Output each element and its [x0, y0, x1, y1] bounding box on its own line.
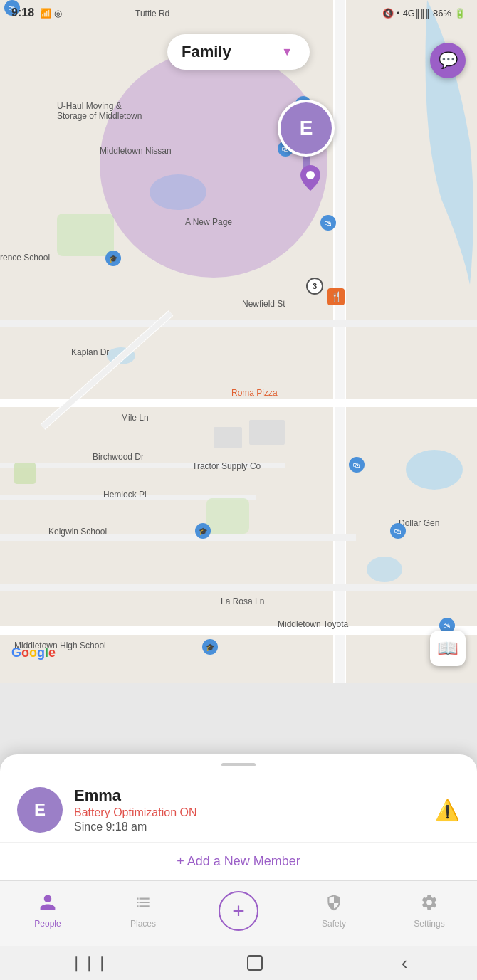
svg-rect-7	[0, 320, 477, 327]
svg-rect-17	[14, 463, 36, 484]
nav-label-settings: Settings	[414, 919, 444, 929]
mute-icon: 🔇	[382, 8, 394, 19]
svg-point-3	[367, 557, 402, 582]
chevron-down-icon: ▼	[281, 46, 293, 58]
layers-icon: 📖	[437, 638, 458, 658]
nav-label-safety: Safety	[322, 919, 346, 929]
svg-rect-9	[0, 463, 285, 468]
status-right: 🔇 • 4G‖‖‖ 86% 🔋	[382, 8, 466, 19]
svg-rect-8	[0, 534, 356, 541]
map-pin-highschool: 🎓	[202, 639, 218, 655]
settings-icon	[420, 893, 439, 916]
bottom-sheet: E Emma Battery Optimization ON Since 9:1…	[0, 754, 477, 880]
nav-item-places[interactable]: Places	[95, 893, 191, 929]
add-member-label[interactable]: + Add a New Member	[177, 854, 300, 869]
status-bar: 9:18 📶 ◎ 🔇 • 4G‖‖‖ 86% 🔋	[0, 0, 477, 26]
map-area[interactable]: E U-Haul Moving &Storage of Middletown M…	[0, 0, 477, 683]
nav-label-people: People	[34, 919, 61, 929]
add-button[interactable]: +	[219, 891, 258, 931]
google-logo: Google	[11, 646, 56, 660]
location-pin	[300, 165, 320, 194]
member-row[interactable]: E Emma Battery Optimization ON Since 9:1…	[0, 778, 477, 843]
warning-icon: ⚠️	[435, 799, 460, 822]
location-icon: ◎	[54, 8, 62, 19]
map-pin-newpage: 🛍	[320, 215, 336, 231]
member-status: Battery Optimization ON	[74, 806, 424, 819]
nav-item-add[interactable]: +	[191, 891, 286, 931]
svg-rect-12	[0, 626, 477, 635]
nav-item-settings[interactable]: Settings	[382, 893, 477, 929]
svg-point-2	[406, 450, 463, 490]
wifi-icon: 📶	[40, 8, 51, 19]
member-avatar: E	[17, 787, 63, 833]
signal-icon: 4G‖‖‖	[403, 8, 430, 19]
road-badge: 3	[306, 278, 323, 295]
people-icon	[38, 893, 57, 916]
android-nav-bar: ❘❘❘ ‹	[0, 946, 477, 980]
status-icons: 📶 ◎	[40, 8, 62, 19]
bottom-sheet-handle	[221, 763, 256, 766]
android-menu-icon[interactable]: ❘❘❘	[70, 954, 108, 972]
location-dot-icon: •	[397, 8, 400, 19]
member-time: Since 9:18 am	[74, 821, 424, 833]
member-name: Emma	[74, 786, 424, 805]
nav-label-places: Places	[130, 919, 156, 929]
status-time: 9:18	[11, 6, 34, 19]
nav-item-safety[interactable]: Safety	[286, 893, 382, 929]
group-name: Family	[182, 43, 231, 61]
map-pin-dollar: 🛍	[390, 523, 406, 539]
svg-rect-19	[249, 420, 285, 445]
svg-rect-5	[335, 0, 345, 683]
chat-button[interactable]: 💬	[430, 43, 466, 78]
svg-rect-15	[57, 214, 114, 256]
person-marker[interactable]: E	[278, 100, 335, 157]
battery-icon: 🔋	[454, 8, 466, 19]
bottom-nav: People Places + Safety Settings	[0, 880, 477, 946]
svg-line-14	[43, 313, 171, 427]
places-icon	[134, 893, 152, 916]
map-pin-tractor: 🛍	[349, 457, 365, 473]
map-pin-keigwin: 🎓	[195, 523, 211, 539]
android-back-icon[interactable]: ‹	[402, 952, 408, 974]
layers-button[interactable]: 📖	[430, 631, 466, 666]
svg-rect-11	[0, 584, 477, 591]
svg-rect-18	[214, 427, 242, 448]
svg-point-20	[306, 171, 315, 179]
member-info: Emma Battery Optimization ON Since 9:18 …	[74, 786, 424, 833]
safety-icon	[325, 893, 343, 916]
chat-icon: 💬	[439, 51, 458, 70]
radius-circle	[100, 50, 327, 278]
map-pin-lawrence: 🎓	[105, 251, 121, 266]
restaurant-icon: 🍴	[327, 288, 345, 305]
person-marker-label: E	[300, 117, 313, 139]
battery-percent: 86%	[433, 8, 451, 19]
member-initial: E	[34, 800, 46, 820]
svg-rect-16	[206, 498, 249, 534]
add-member-row[interactable]: + Add a New Member	[0, 843, 477, 880]
family-dropdown[interactable]: Family ▼	[167, 34, 310, 70]
add-icon: +	[232, 900, 245, 922]
android-home-icon[interactable]	[247, 955, 263, 971]
nav-item-people[interactable]: People	[0, 893, 95, 929]
